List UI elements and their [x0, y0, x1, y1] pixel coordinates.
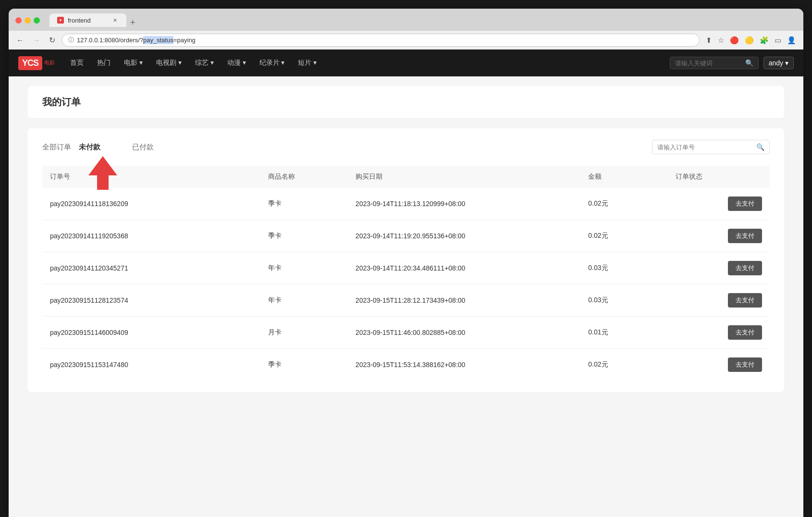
site-nav: YCS 电影 首页 热门 电影 ▾ 电视剧 ▾ 综艺 ▾ 动漫 ▾ 纪录片 ▾ …: [9, 49, 803, 76]
th-product: 商品名称: [260, 166, 348, 188]
order-search-box[interactable]: 🔍: [652, 140, 770, 154]
window-minimize-button[interactable]: [25, 17, 31, 24]
page-card-header: 我的订单: [28, 86, 784, 119]
status-cell: 去支付: [668, 252, 770, 284]
browser-toolbar: ← → ↻ ⓘ 127.0.0.1:8080/orders/?pay_statu…: [9, 31, 803, 49]
order-search-icon[interactable]: 🔍: [756, 143, 764, 151]
url-display: 127.0.0.1:8080/orders/?pay_status=paying: [77, 37, 693, 44]
order-num-cell: pay202309141120345271: [42, 252, 260, 284]
order-num-cell: pay202309151146009409: [42, 317, 260, 349]
product-cell: 年卡: [260, 252, 348, 284]
window-maximize-button[interactable]: [34, 17, 40, 24]
amount-cell: 0.03元: [580, 284, 668, 317]
filter-unpaid-wrapper: 未付款: [79, 143, 100, 152]
window-close-button[interactable]: [15, 17, 22, 24]
nav-hot[interactable]: 热门: [91, 55, 116, 71]
nav-variety[interactable]: 综艺 ▾: [189, 55, 220, 71]
active-tab[interactable]: ▼ frontend ✕: [49, 13, 126, 27]
nav-anime[interactable]: 动漫 ▾: [221, 55, 252, 71]
nav-right: 🔍 andy ▾: [670, 57, 794, 69]
forward-button[interactable]: →: [31, 35, 42, 46]
browser-window: ▼ frontend ✕ + ← → ↻ ⓘ 127.0.0.1:8080/or…: [9, 9, 803, 517]
sidebar-button[interactable]: ▭: [773, 35, 783, 46]
status-cell: 去支付: [668, 188, 770, 220]
nav-links: 首页 热门 电影 ▾ 电视剧 ▾ 综艺 ▾ 动漫 ▾ 纪录片 ▾ 短片 ▾: [64, 55, 670, 71]
table-row: pay202309151128123574 年卡 2023-09-15T11:2…: [42, 284, 770, 317]
date-cell: 2023-09-15T11:46:00.802885+08:00: [348, 317, 580, 349]
status-cell: 去支付: [668, 349, 770, 381]
filter-bar: 全部订单 未付款 已付款 🔍: [42, 140, 770, 154]
extension-2-button[interactable]: 🟡: [743, 35, 755, 46]
amount-cell: 0.02元: [580, 349, 668, 381]
date-cell: 2023-09-15T11:53:14.388162+08:00: [348, 349, 580, 381]
th-amount: 金额: [580, 166, 668, 188]
window-controls: [15, 17, 40, 24]
tab-favicon: ▼: [57, 17, 64, 24]
user-label: andy ▾: [769, 59, 788, 67]
user-dropdown[interactable]: andy ▾: [763, 57, 794, 69]
pay-button[interactable]: 去支付: [728, 325, 762, 340]
nav-search-box[interactable]: 🔍: [670, 57, 759, 69]
back-button[interactable]: ←: [14, 35, 26, 46]
pay-button[interactable]: 去支付: [728, 357, 762, 372]
pay-button[interactable]: 去支付: [728, 197, 762, 211]
browser-titlebar: ▼ frontend ✕ +: [9, 9, 803, 31]
date-cell: 2023-09-15T11:28:12.173439+08:00: [348, 284, 580, 317]
status-cell: 去支付: [668, 220, 770, 252]
nav-tv[interactable]: 电视剧 ▾: [150, 55, 187, 71]
extension-1-button[interactable]: 🔴: [728, 35, 740, 46]
lock-icon: ⓘ: [68, 36, 74, 44]
amount-cell: 0.02元: [580, 220, 668, 252]
order-num-cell: pay202309141118136209: [42, 188, 260, 220]
extensions-button[interactable]: 🧩: [758, 35, 770, 46]
orders-table: 订单号 商品名称 购买日期 金额 订单状态 pay202309141118136…: [42, 166, 770, 381]
refresh-button[interactable]: ↻: [47, 35, 57, 46]
page-title: 我的订单: [42, 96, 770, 109]
nav-shorts[interactable]: 短片 ▾: [292, 55, 322, 71]
logo-text: YCS: [18, 56, 42, 70]
order-search-input[interactable]: [657, 144, 753, 151]
logo-area[interactable]: YCS 电影: [18, 56, 55, 70]
logo-sub: 电影: [44, 60, 55, 66]
amount-cell: 0.03元: [580, 252, 668, 284]
nav-search-input[interactable]: [675, 60, 742, 67]
orders-tbody: pay202309141118136209 季卡 2023-09-14T11:1…: [42, 188, 770, 381]
tab-close-button[interactable]: ✕: [111, 16, 119, 24]
filter-unpaid[interactable]: 未付款: [79, 141, 100, 153]
nav-documentary[interactable]: 纪录片 ▾: [254, 55, 291, 71]
table-header: 订单号 商品名称 购买日期 金额 订单状态: [42, 166, 770, 188]
toolbar-actions: ⬆ ☆ 🔴 🟡 🧩 ▭ 👤: [704, 35, 798, 46]
status-cell: 去支付: [668, 284, 770, 317]
product-cell: 年卡: [260, 284, 348, 317]
pay-button[interactable]: 去支付: [728, 261, 762, 275]
share-button[interactable]: ⬆: [704, 35, 714, 46]
table-row: pay202309141118136209 季卡 2023-09-14T11:1…: [42, 188, 770, 220]
filter-paid[interactable]: 已付款: [132, 141, 154, 154]
page-title-card: 我的订单: [28, 86, 784, 119]
filter-all[interactable]: 全部订单: [42, 141, 71, 154]
tab-title: frontend: [68, 17, 91, 24]
table-row: pay202309151153147480 季卡 2023-09-15T11:5…: [42, 349, 770, 381]
table-row: pay202309151146009409 月卡 2023-09-15T11:4…: [42, 317, 770, 349]
tab-bar: ▼ frontend ✕ +: [49, 13, 797, 27]
pay-button[interactable]: 去支付: [728, 229, 762, 243]
address-bar[interactable]: ⓘ 127.0.0.1:8080/orders/?pay_status=payi…: [62, 34, 700, 47]
product-cell: 季卡: [260, 188, 348, 220]
product-cell: 季卡: [260, 349, 348, 381]
table-row: pay202309141120345271 年卡 2023-09-14T11:2…: [42, 252, 770, 284]
nav-movie[interactable]: 电影 ▾: [118, 55, 148, 71]
amount-cell: 0.02元: [580, 188, 668, 220]
amount-cell: 0.01元: [580, 317, 668, 349]
pay-button[interactable]: 去支付: [728, 293, 762, 308]
th-date: 购买日期: [348, 166, 580, 188]
status-cell: 去支付: [668, 317, 770, 349]
th-order-num: 订单号: [42, 166, 260, 188]
nav-search-icon[interactable]: 🔍: [745, 59, 753, 67]
bookmark-button[interactable]: ☆: [716, 35, 726, 46]
orders-panel: 全部订单 未付款 已付款 🔍: [28, 128, 784, 392]
nav-home[interactable]: 首页: [64, 55, 89, 71]
th-status: 订单状态: [668, 166, 770, 188]
new-tab-button[interactable]: +: [126, 18, 139, 27]
date-cell: 2023-09-14T11:20:34.486111+08:00: [348, 252, 580, 284]
profile-button[interactable]: 👤: [786, 35, 798, 46]
